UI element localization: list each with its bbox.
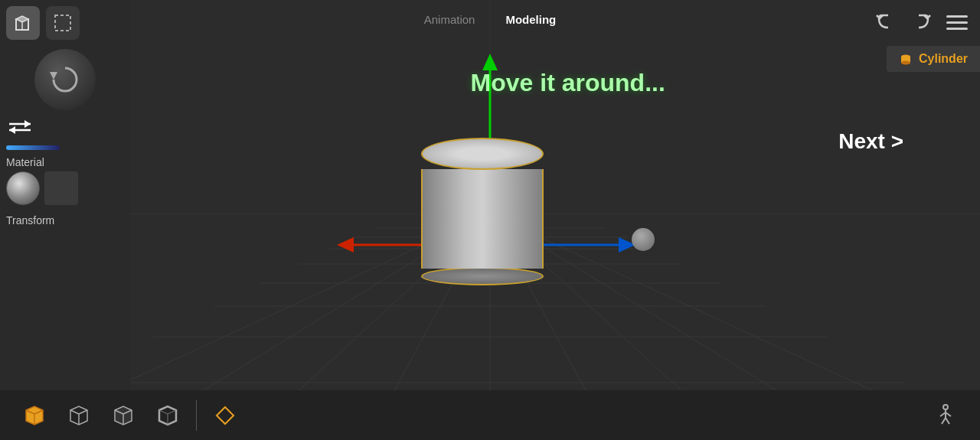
bottom-toolbar xyxy=(0,390,980,440)
toolbar-separator xyxy=(196,400,197,431)
cylinder-icon-small xyxy=(899,52,913,66)
svg-line-44 xyxy=(70,410,79,414)
svg-line-58 xyxy=(940,412,946,416)
instruction-text: Move it around... xyxy=(471,69,665,97)
viewport[interactable]: Move it around... Next > Skip xyxy=(0,0,980,440)
object-name-label: Cylinder xyxy=(887,46,980,72)
svg-line-53 xyxy=(168,410,176,414)
svg-line-45 xyxy=(79,410,87,414)
svg-marker-21 xyxy=(482,54,498,70)
svg-marker-23 xyxy=(337,237,354,253)
svg-line-59 xyxy=(946,412,951,416)
skeleton-button[interactable] xyxy=(926,396,965,435)
x-axis-arrow xyxy=(337,233,429,256)
svg-point-37 xyxy=(901,55,910,59)
solid-cube-icon xyxy=(20,401,49,430)
svg-line-60 xyxy=(942,418,946,424)
undo-button[interactable] xyxy=(870,8,899,37)
cube-icon xyxy=(13,13,33,33)
3d-object-group[interactable] xyxy=(398,115,582,329)
material-sphere[interactable] xyxy=(6,171,40,205)
y-axis-arrow xyxy=(479,54,501,145)
nav-modeling[interactable]: Modeling xyxy=(505,13,556,26)
svg-marker-55 xyxy=(217,407,234,424)
swap-button[interactable] xyxy=(6,116,124,141)
svg-marker-31 xyxy=(50,72,57,80)
wire-cube-icon xyxy=(64,401,93,430)
tool-diamond[interactable] xyxy=(206,396,244,435)
left-toolbar xyxy=(6,6,124,40)
redo-icon xyxy=(911,11,934,34)
diamond-icon xyxy=(211,401,240,430)
material-preview xyxy=(6,171,124,205)
cylinder-object[interactable] xyxy=(421,138,544,285)
svg-point-38 xyxy=(901,61,910,65)
next-button[interactable]: Next > xyxy=(838,129,903,154)
transform-label: Transform xyxy=(6,214,124,227)
svg-marker-33 xyxy=(24,120,31,128)
svg-point-56 xyxy=(943,405,948,409)
svg-marker-27 xyxy=(16,16,28,22)
cube-view-button[interactable] xyxy=(6,6,40,40)
z-axis-arrow xyxy=(544,233,635,256)
top-right-toolbar xyxy=(870,8,968,37)
tool-back-cube[interactable] xyxy=(104,396,142,435)
view-circle[interactable] xyxy=(34,49,96,110)
skeleton-icon xyxy=(931,401,960,430)
svg-rect-30 xyxy=(55,15,70,31)
tool-solid-cube[interactable] xyxy=(15,396,54,435)
object-name-text: Cylinder xyxy=(919,52,968,66)
undo-icon xyxy=(873,11,896,34)
progress-bar xyxy=(6,145,60,150)
redo-button[interactable] xyxy=(908,8,937,37)
select-box-button[interactable] xyxy=(46,6,80,40)
select-box-icon xyxy=(53,13,73,33)
back-cube-icon xyxy=(109,401,138,430)
swap-icon xyxy=(6,116,34,138)
menu-button[interactable] xyxy=(946,15,968,30)
outline-cube-icon xyxy=(153,401,182,430)
z-axis-handle[interactable] xyxy=(632,228,655,251)
tool-outline-cube[interactable] xyxy=(149,396,187,435)
left-panel: Material Transform xyxy=(0,0,130,398)
refresh-icon xyxy=(46,60,84,99)
material-box[interactable] xyxy=(44,171,78,205)
material-label: Material xyxy=(6,156,124,168)
nav-animation[interactable]: Animation xyxy=(424,13,475,26)
top-navigation: Animation Modeling xyxy=(0,0,980,38)
svg-line-52 xyxy=(159,410,168,414)
svg-line-61 xyxy=(946,418,949,424)
svg-marker-35 xyxy=(9,126,15,134)
tool-wire-cube[interactable] xyxy=(60,396,98,435)
